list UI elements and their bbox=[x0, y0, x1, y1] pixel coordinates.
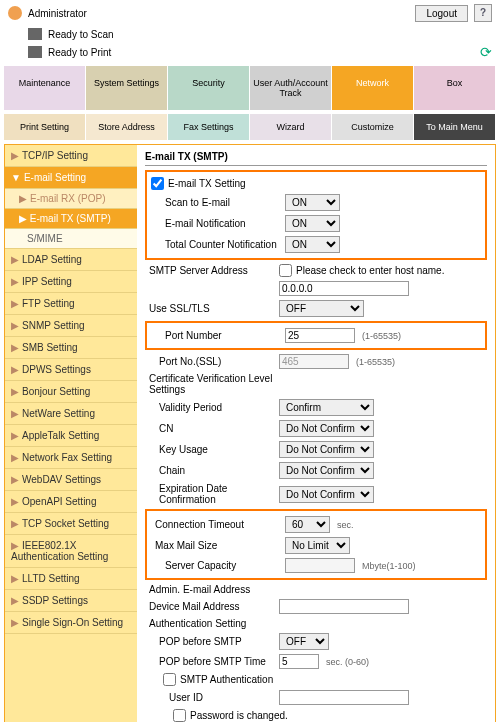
tab-user-auth[interactable]: User Auth/Account Track bbox=[250, 66, 332, 110]
sidebar-netfax[interactable]: ▶Network Fax Setting bbox=[5, 447, 137, 469]
cn-select[interactable]: Do Not Confirm bbox=[279, 420, 374, 437]
sidebar-appletalk[interactable]: ▶AppleTalk Setting bbox=[5, 425, 137, 447]
userid-input[interactable] bbox=[279, 690, 409, 705]
keyusage-select[interactable]: Do Not Confirm bbox=[279, 441, 374, 458]
sidebar-ftp[interactable]: ▶FTP Setting bbox=[5, 293, 137, 315]
sidebar-snmp[interactable]: ▶SNMP Setting bbox=[5, 315, 137, 337]
smtp-addr-input[interactable] bbox=[279, 281, 409, 296]
validity-select[interactable]: Confirm bbox=[279, 399, 374, 416]
sidebar-netware[interactable]: ▶NetWare Setting bbox=[5, 403, 137, 425]
ssl-select[interactable]: OFF bbox=[279, 300, 364, 317]
sidebar-smime[interactable]: S/MIME bbox=[5, 229, 137, 249]
sidebar-email[interactable]: ▼E-mail Setting bbox=[5, 167, 137, 189]
smtpauth-label: SMTP Authentication bbox=[180, 674, 273, 685]
popsmtp-select[interactable]: OFF bbox=[279, 633, 329, 650]
timeout-select[interactable]: 60 bbox=[285, 516, 330, 533]
devaddr-input[interactable] bbox=[279, 599, 409, 614]
maxmail-select[interactable]: No Limit bbox=[285, 537, 350, 554]
adminaddr-label: Admin. E-mail Address bbox=[145, 584, 275, 595]
sidebar-email-tx[interactable]: ▶ E-mail TX (SMTP) bbox=[5, 209, 137, 229]
devaddr-label: Device Mail Address bbox=[145, 601, 275, 612]
counter-notif-select[interactable]: ON bbox=[285, 236, 340, 253]
admin-label: Administrator bbox=[28, 8, 87, 19]
sidebar-email-rx[interactable]: ▶E-mail RX (POP) bbox=[5, 189, 137, 209]
poptime-input[interactable] bbox=[279, 654, 319, 669]
portssl-label: Port No.(SSL) bbox=[145, 356, 275, 367]
port-input[interactable] bbox=[285, 328, 355, 343]
email-tx-label: E-mail TX Setting bbox=[168, 178, 246, 189]
tab-security[interactable]: Security bbox=[168, 66, 250, 110]
email-notif-label: E-mail Notification bbox=[151, 218, 281, 229]
printer-icon bbox=[28, 46, 42, 58]
refresh-icon[interactable]: ⟳ bbox=[480, 44, 492, 60]
validity-label: Validity Period bbox=[145, 402, 275, 413]
email-notif-select[interactable]: ON bbox=[285, 215, 340, 232]
tab-system[interactable]: System Settings bbox=[86, 66, 168, 110]
sidebar-ieee8021x[interactable]: ▶IEEE802.1X Authentication Setting bbox=[5, 535, 137, 568]
sidebar-sso[interactable]: ▶Single Sign-On Setting bbox=[5, 612, 137, 634]
hostname-checkbox[interactable] bbox=[279, 264, 292, 277]
tab-store-address[interactable]: Store Address bbox=[86, 114, 168, 140]
poptime-label: POP before SMTP Time bbox=[145, 656, 275, 667]
tab-print-setting[interactable]: Print Setting bbox=[4, 114, 86, 140]
admin-icon bbox=[8, 6, 22, 20]
cn-label: CN bbox=[145, 423, 275, 434]
sidebar-dpws[interactable]: ▶DPWS Settings bbox=[5, 359, 137, 381]
page-title: E-mail TX (SMTP) bbox=[145, 151, 487, 166]
maxmail-label: Max Mail Size bbox=[151, 540, 281, 551]
sidebar-tcpip[interactable]: ▶TCP/IP Setting bbox=[5, 145, 137, 167]
sidebar-ssdp[interactable]: ▶SSDP Settings bbox=[5, 590, 137, 612]
tab-maintenance[interactable]: Maintenance bbox=[4, 66, 86, 110]
sidebar-tcpsocket[interactable]: ▶TCP Socket Setting bbox=[5, 513, 137, 535]
main-panel: E-mail TX (SMTP) E-mail TX Setting Scan … bbox=[137, 145, 495, 722]
sidebar: ▶TCP/IP Setting ▼E-mail Setting ▶E-mail … bbox=[5, 145, 137, 722]
userid-label: User ID bbox=[145, 692, 275, 703]
sidebar-smb[interactable]: ▶SMB Setting bbox=[5, 337, 137, 359]
servercap-input bbox=[285, 558, 355, 573]
expire-select[interactable]: Do Not Confirm bbox=[279, 486, 374, 503]
port-range: (1-65535) bbox=[362, 331, 401, 341]
expire-label: Expiration Date Confirmation bbox=[145, 483, 275, 505]
scan-email-select[interactable]: ON bbox=[285, 194, 340, 211]
tab-main-menu[interactable]: To Main Menu bbox=[414, 114, 496, 140]
pwdchg-label: Password is changed. bbox=[190, 710, 288, 721]
print-status: Ready to Print bbox=[48, 47, 111, 58]
servercap-label: Server Capacity bbox=[151, 560, 281, 571]
ssl-label: Use SSL/TLS bbox=[145, 303, 275, 314]
popsmtp-label: POP before SMTP bbox=[145, 636, 275, 647]
cert-label: Certificate Verification Level Settings bbox=[145, 373, 275, 395]
sidebar-openapi[interactable]: ▶OpenAPI Setting bbox=[5, 491, 137, 513]
help-icon[interactable]: ? bbox=[474, 4, 492, 22]
sidebar-webdav[interactable]: ▶WebDAV Settings bbox=[5, 469, 137, 491]
tab-box[interactable]: Box bbox=[414, 66, 496, 110]
smtpauth-checkbox[interactable] bbox=[163, 673, 176, 686]
sidebar-ldap[interactable]: ▶LDAP Setting bbox=[5, 249, 137, 271]
keyusage-label: Key Usage bbox=[145, 444, 275, 455]
hostname-label: Please check to enter host name. bbox=[296, 265, 444, 276]
chain-label: Chain bbox=[145, 465, 275, 476]
auth-label: Authentication Setting bbox=[145, 618, 275, 629]
sidebar-bonjour[interactable]: ▶Bonjour Setting bbox=[5, 381, 137, 403]
email-tx-checkbox[interactable] bbox=[151, 177, 164, 190]
scanner-icon bbox=[28, 28, 42, 40]
port-label: Port Number bbox=[151, 330, 281, 341]
logout-button[interactable]: Logout bbox=[415, 5, 468, 22]
scan-status: Ready to Scan bbox=[48, 29, 114, 40]
counter-notif-label: Total Counter Notification bbox=[151, 239, 281, 250]
scan-email-label: Scan to E-mail bbox=[151, 197, 281, 208]
chain-select[interactable]: Do Not Confirm bbox=[279, 462, 374, 479]
tab-fax-settings[interactable]: Fax Settings bbox=[168, 114, 250, 140]
timeout-label: Connection Timeout bbox=[151, 519, 281, 530]
sidebar-ipp[interactable]: ▶IPP Setting bbox=[5, 271, 137, 293]
sidebar-lltd[interactable]: ▶LLTD Setting bbox=[5, 568, 137, 590]
smtp-addr-label: SMTP Server Address bbox=[145, 265, 275, 276]
portssl-input bbox=[279, 354, 349, 369]
tab-network[interactable]: Network bbox=[332, 66, 414, 110]
tab-wizard[interactable]: Wizard bbox=[250, 114, 332, 140]
portssl-range: (1-65535) bbox=[356, 357, 395, 367]
pwdchg-checkbox[interactable] bbox=[173, 709, 186, 722]
tab-customize[interactable]: Customize bbox=[332, 114, 414, 140]
